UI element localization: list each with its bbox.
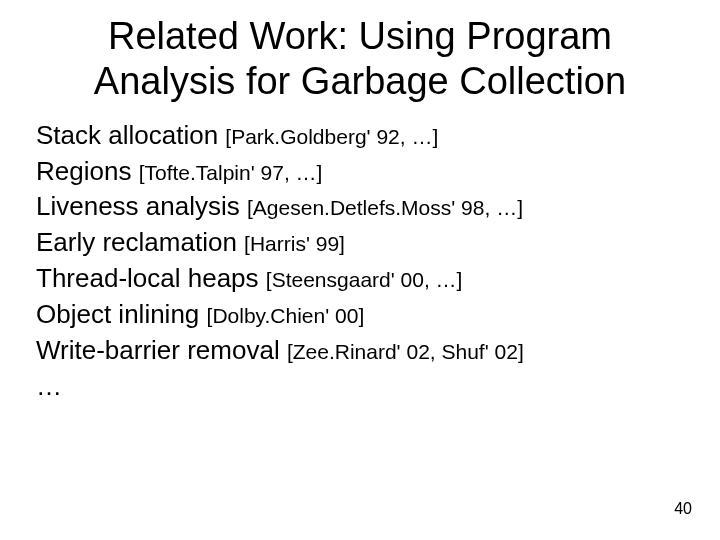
item-ref: [Park.Goldberg' 92, …] <box>225 125 438 148</box>
title-line-1: Related Work: Using Program <box>108 15 612 57</box>
item-topic: Early reclamation <box>36 227 244 257</box>
item-topic: Object inlining <box>36 299 207 329</box>
page-number: 40 <box>674 500 692 518</box>
item-ref: [Agesen.Detlefs.Moss' 98, …] <box>247 196 523 219</box>
list-item: Liveness analysis [Agesen.Detlefs.Moss' … <box>36 189 684 225</box>
item-ref: [Steensgaard' 00, …] <box>266 268 463 291</box>
list-item: Write-barrier removal [Zee.Rinard' 02, S… <box>36 333 684 369</box>
list-item: Early reclamation [Harris' 99] <box>36 225 684 261</box>
slide-title: Related Work: Using Program Analysis for… <box>0 0 720 112</box>
item-ref: [Zee.Rinard' 02, Shuf' 02] <box>287 340 524 363</box>
list-item: Stack allocation [Park.Goldberg' 92, …] <box>36 118 684 154</box>
item-topic: … <box>36 371 62 401</box>
item-ref: [Dolby.Chien' 00] <box>207 304 365 327</box>
list-item: … <box>36 369 684 405</box>
list-item: Regions [Tofte.Talpin' 97, …] <box>36 154 684 190</box>
slide: Related Work: Using Program Analysis for… <box>0 0 720 540</box>
item-topic: Stack allocation <box>36 120 225 150</box>
list-item: Thread-local heaps [Steensgaard' 00, …] <box>36 261 684 297</box>
list-item: Object inlining [Dolby.Chien' 00] <box>36 297 684 333</box>
item-topic: Regions <box>36 156 139 186</box>
slide-body: Stack allocation [Park.Goldberg' 92, …] … <box>0 112 720 405</box>
item-ref: [Harris' 99] <box>244 232 345 255</box>
title-line-2: Analysis for Garbage Collection <box>94 60 626 102</box>
item-ref: [Tofte.Talpin' 97, …] <box>139 161 323 184</box>
item-topic: Thread-local heaps <box>36 263 266 293</box>
item-topic: Write-barrier removal <box>36 335 287 365</box>
item-topic: Liveness analysis <box>36 191 247 221</box>
